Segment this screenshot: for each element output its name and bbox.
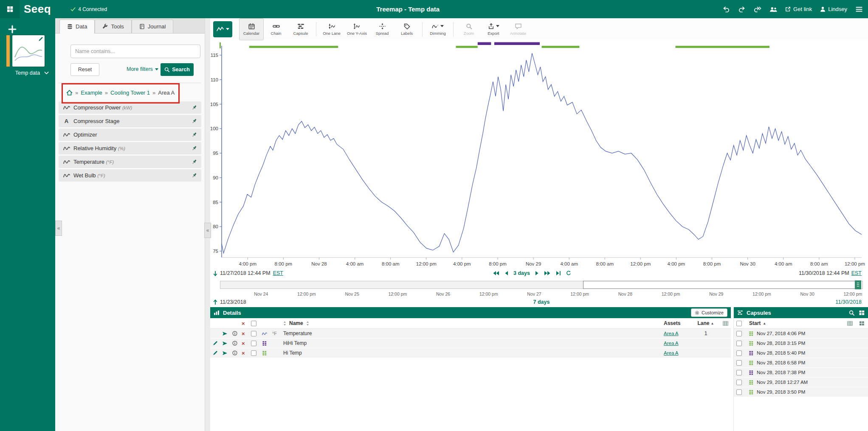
redo-all-button[interactable] bbox=[754, 6, 761, 12]
toolbar-dimming-button[interactable]: Dimming bbox=[426, 18, 450, 40]
range-end-value[interactable]: 11/30/2018 12:44 PM bbox=[799, 270, 849, 276]
timeline-selection[interactable] bbox=[583, 281, 861, 289]
row-checkbox[interactable] bbox=[251, 350, 262, 356]
info-icon[interactable] bbox=[232, 341, 242, 346]
seeq-logo[interactable]: Seeq bbox=[24, 3, 51, 16]
step-forward-half-button[interactable] bbox=[535, 271, 539, 276]
search-input[interactable] bbox=[70, 45, 200, 58]
home-icon[interactable] bbox=[66, 90, 73, 95]
info-icon[interactable] bbox=[232, 331, 242, 336]
display-range-duration[interactable]: 3 days bbox=[513, 270, 530, 276]
add-column-icon[interactable] bbox=[723, 321, 728, 326]
breadcrumb-link[interactable]: Cooling Tower 1 bbox=[110, 90, 150, 96]
toolbar-export-button[interactable]: Export bbox=[481, 18, 506, 40]
sort-icon[interactable] bbox=[306, 321, 309, 326]
row-checkbox[interactable] bbox=[736, 341, 749, 346]
pin-icon[interactable] bbox=[192, 146, 197, 151]
toolbar-one-y-axis-button[interactable]: One Y-Axis bbox=[344, 18, 370, 40]
start-column-header[interactable]: Start▲ bbox=[749, 320, 847, 326]
collapse-panel-handle[interactable]: « bbox=[204, 223, 211, 238]
jump-to-icon[interactable] bbox=[222, 351, 232, 355]
undo-button[interactable] bbox=[722, 6, 730, 12]
timeline-handle[interactable] bbox=[855, 280, 861, 289]
range-start-value[interactable]: 11/27/2018 12:44 PM bbox=[220, 270, 271, 276]
breadcrumb-link[interactable]: Example bbox=[81, 90, 102, 96]
reset-button[interactable]: Reset bbox=[70, 63, 99, 76]
name-column-header[interactable]: Name bbox=[289, 320, 303, 326]
chevron-down-icon[interactable] bbox=[44, 71, 49, 75]
row-checkbox[interactable] bbox=[736, 360, 749, 366]
redo-button[interactable] bbox=[738, 6, 746, 12]
toolbar-labels-button[interactable]: Labels bbox=[395, 18, 419, 40]
capsule-row[interactable]: Nov 29, 2018 3:50 PM bbox=[734, 387, 868, 397]
edit-icon[interactable] bbox=[213, 350, 222, 355]
toolbar-calendar-button[interactable]: Calendar bbox=[239, 18, 264, 40]
capsule-row[interactable]: Nov 28, 2018 6:58 PM bbox=[734, 358, 868, 367]
asset-link[interactable]: Area A bbox=[664, 350, 679, 355]
toolbar-chain-button[interactable]: Chain bbox=[264, 18, 288, 40]
new-worksheet-button[interactable] bbox=[6, 23, 18, 35]
row-checkbox[interactable] bbox=[736, 389, 749, 395]
toolbar-trend-view-selector-button[interactable] bbox=[213, 21, 232, 37]
pin-icon[interactable] bbox=[192, 132, 197, 137]
tab-journal[interactable]: Journal bbox=[132, 20, 174, 33]
table-grid-icon[interactable] bbox=[859, 321, 865, 326]
investigate-timeline[interactable] bbox=[220, 281, 863, 289]
worksheet-thumbnail[interactable] bbox=[12, 35, 45, 67]
tab-data[interactable]: Data bbox=[59, 20, 95, 33]
jump-to-icon[interactable] bbox=[222, 331, 232, 336]
collaborators-button[interactable] bbox=[769, 6, 777, 12]
timezone-link[interactable]: EST bbox=[273, 270, 283, 276]
apps-menu-button[interactable] bbox=[0, 0, 20, 18]
pin-icon[interactable] bbox=[192, 105, 197, 110]
pin-icon[interactable] bbox=[192, 118, 197, 124]
hamburger-menu-button[interactable] bbox=[855, 6, 863, 12]
toolbar-spread-button[interactable]: Spread bbox=[370, 18, 395, 40]
tab-tools[interactable]: Tools bbox=[95, 20, 131, 33]
info-icon[interactable] bbox=[232, 350, 242, 355]
row-checkbox[interactable] bbox=[736, 350, 749, 356]
more-filters-link[interactable]: More filters bbox=[127, 66, 158, 72]
capsule-row[interactable]: Nov 28, 2018 7:38 PM bbox=[734, 368, 868, 377]
search-capsules-icon[interactable] bbox=[849, 310, 854, 316]
toolbar-one-lane-button[interactable]: One Lane bbox=[319, 18, 344, 40]
capsules-grid-icon[interactable] bbox=[859, 310, 865, 316]
remove-icon[interactable]: × bbox=[242, 341, 251, 346]
user-menu[interactable]: Lindsey bbox=[820, 6, 847, 12]
signal-item[interactable]: Relative Humidity (%) bbox=[59, 142, 201, 154]
auto-update-button[interactable] bbox=[566, 271, 571, 276]
step-back-full-button[interactable] bbox=[493, 271, 499, 276]
remove-all-icon[interactable]: × bbox=[242, 321, 251, 326]
capsule-row[interactable]: Nov 28, 2018 5:40 PM bbox=[734, 348, 868, 358]
investigate-start-date[interactable]: 11/23/2018 bbox=[220, 299, 246, 305]
jump-to-icon[interactable] bbox=[222, 341, 232, 346]
signal-item[interactable]: Wet Bulb (°F) bbox=[59, 169, 201, 182]
remove-icon[interactable]: × bbox=[242, 331, 251, 336]
signal-item[interactable]: ACompressor Stage bbox=[59, 115, 201, 127]
timezone-link[interactable]: EST bbox=[851, 270, 862, 276]
remove-icon[interactable]: × bbox=[242, 350, 251, 356]
sort-icon[interactable] bbox=[283, 321, 286, 326]
signal-item[interactable]: Temperature (°F) bbox=[59, 156, 201, 168]
capsule-row[interactable]: Nov 28, 2018 3:15 PM bbox=[734, 339, 868, 348]
investigate-end-date[interactable]: 11/30/2018 bbox=[835, 299, 862, 305]
collapse-rail-handle[interactable]: « bbox=[55, 221, 62, 236]
add-column-icon[interactable] bbox=[847, 321, 853, 326]
edit-icon[interactable] bbox=[213, 341, 222, 346]
signal-item[interactable]: Compressor Power (kW) bbox=[59, 101, 201, 114]
row-checkbox[interactable] bbox=[251, 331, 262, 336]
capsule-row[interactable]: Nov 27, 2018 4:06 PM bbox=[734, 329, 868, 338]
asset-link[interactable]: Area A bbox=[664, 331, 679, 336]
pin-icon[interactable] bbox=[192, 173, 197, 178]
select-all-checkbox[interactable] bbox=[736, 321, 749, 326]
row-checkbox[interactable] bbox=[251, 341, 262, 346]
asset-link[interactable]: Area A bbox=[664, 341, 679, 346]
select-all-checkbox[interactable] bbox=[251, 321, 262, 326]
signal-item[interactable]: Optimizer bbox=[59, 129, 201, 141]
step-forward-full-button[interactable] bbox=[544, 271, 551, 276]
step-to-now-button[interactable] bbox=[556, 271, 561, 276]
step-back-half-button[interactable] bbox=[504, 271, 508, 276]
customize-button[interactable]: Customize bbox=[691, 308, 727, 317]
search-button[interactable]: Search bbox=[161, 63, 194, 76]
investigate-duration[interactable]: 7 days bbox=[533, 299, 550, 305]
